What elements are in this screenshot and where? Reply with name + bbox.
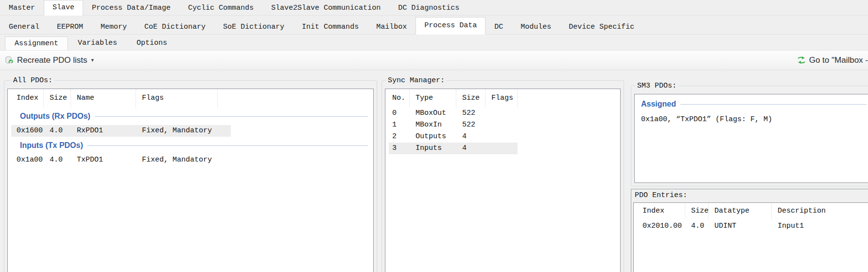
cell-size: 4.0 — [44, 125, 71, 137]
recreate-pdo-label: Recreate PDO lists — [17, 55, 87, 65]
all-pdos-group: All PDOs: Index Size Name Flags Outputs … — [4, 80, 377, 272]
sm3-pdos-group: SM3 PDOs: Assigned 0x1a00, “TxPDO1” (Fla… — [631, 86, 868, 186]
tab-master[interactable]: Master — [0, 1, 44, 15]
goto-arrows-icon — [797, 56, 806, 64]
cell-blank — [518, 143, 620, 154]
column-header-type: Type — [410, 89, 456, 108]
column-header-flags: Flags — [136, 89, 218, 108]
tab-strip-process-data: Assignment Variables Options — [5, 36, 868, 50]
tab-init-commands[interactable]: Init Commands — [293, 20, 367, 34]
section-assigned: Assigned — [635, 94, 868, 114]
sm-row-2[interactable]: 2 Outputs 4 — [385, 131, 620, 143]
tab-eeprom[interactable]: EEPROM — [48, 20, 92, 34]
tab-dc-diagnostics[interactable]: DC Diagnostics — [389, 1, 468, 15]
tab-cyclic-commands[interactable]: Cyclic Commands — [179, 1, 262, 15]
cell-blank — [218, 154, 373, 166]
column-header-datatype: Datatype — [709, 203, 772, 219]
tab-modules[interactable]: Modules — [512, 20, 560, 34]
sm-row-3-selected[interactable]: 3 Inputs 4 — [385, 143, 620, 154]
goto-mailbox-link[interactable]: Go to "Mailbox - — [797, 51, 868, 70]
cell-blank — [218, 125, 373, 137]
sync-manager-title: Sync Manager: — [386, 76, 447, 85]
cell-flags — [486, 131, 518, 143]
cell-flags — [486, 119, 518, 131]
column-header-no: No. — [385, 89, 410, 108]
pdo-entries-panel: PDO Entries: Index Size Datatype Descrip… — [631, 189, 868, 272]
tab-process-data[interactable]: Process Data — [416, 17, 486, 35]
column-header-blank — [518, 89, 620, 108]
column-header-size: Size — [456, 89, 486, 108]
cell-blank — [518, 131, 620, 143]
recreate-pdo-lists-button[interactable]: Recreate PDO lists ▾ — [0, 51, 99, 70]
section-outputs-label: Outputs (Rx PDOs) — [20, 112, 90, 121]
tab-memory[interactable]: Memory — [92, 20, 136, 34]
section-inputs-tx-pdos: Inputs (Tx PDOs) — [8, 137, 373, 154]
pdo-row-0x1a00[interactable]: 0x1a00 4.0 TxPDO1 Fixed, Mandatory — [8, 154, 373, 166]
assigned-pdo-entry[interactable]: 0x1a00, “TxPDO1” (Flags: F, M) — [635, 114, 868, 126]
column-header-flags: Flags — [486, 89, 518, 108]
tab-strip-primary: Master Slave Process Data/Image Cyclic C… — [0, 0, 868, 16]
pdo-row-0x1600[interactable]: 0x1600 4.0 RxPDO1 Fixed, Mandatory — [8, 125, 373, 137]
section-divider-line — [680, 104, 867, 105]
cell-datatype: UDINT — [709, 219, 772, 233]
cell-index: 0x1600 — [8, 125, 44, 137]
cell-no: 1 — [385, 119, 410, 131]
cell-no: 0 — [385, 108, 410, 119]
sm-row-1[interactable]: 1 MBoxIn 522 — [385, 119, 620, 131]
column-header-name: Name — [71, 89, 136, 108]
sync-manager-group: Sync Manager: No. Type Size Flags 0 MBox… — [382, 80, 624, 272]
column-header-index: Index — [8, 89, 44, 108]
tab-mailbox[interactable]: Mailbox — [367, 20, 416, 34]
cell-size: 522 — [456, 119, 486, 131]
cell-size: 4 — [456, 131, 486, 143]
cell-name: TxPDO1 — [71, 154, 136, 166]
tab-device-specific[interactable]: Device Specific — [560, 20, 643, 34]
cell-no: 2 — [385, 131, 410, 143]
sm3-pdos-title: SM3 PDOs: — [635, 82, 678, 90]
tab-coe-dictionary[interactable]: CoE Dictionary — [136, 20, 214, 34]
cell-name: RxPDO1 — [71, 125, 136, 137]
tab-slave[interactable]: Slave — [44, 0, 83, 16]
column-header-index: Index — [634, 203, 685, 219]
all-pdos-header: Index Size Name Flags — [8, 89, 373, 108]
tab-variables[interactable]: Variables — [68, 36, 127, 50]
recreate-pdo-icon — [5, 56, 14, 65]
cell-index: 0x2010.00 — [634, 219, 685, 233]
tab-general[interactable]: General — [0, 20, 48, 34]
cell-type: MBoxOut — [410, 108, 456, 119]
sm-row-0[interactable]: 0 MBoxOut 522 — [385, 108, 620, 119]
section-outputs-rx-pdos: Outputs (Rx PDOs) — [8, 108, 373, 125]
cell-size: 4.0 — [44, 154, 71, 166]
sync-manager-header: No. Type Size Flags — [385, 89, 620, 108]
cell-type: Outputs — [410, 131, 456, 143]
tab-dc[interactable]: DC — [486, 20, 512, 34]
cell-type: Inputs — [410, 143, 456, 154]
section-divider-line — [95, 116, 368, 117]
cell-type: MBoxIn — [410, 119, 456, 131]
tab-soe-dictionary[interactable]: SoE Dictionary — [214, 20, 293, 34]
sm3-pdos-list[interactable]: Assigned 0x1a00, “TxPDO1” (Flags: F, M) — [634, 94, 868, 183]
cell-no: 3 — [385, 143, 410, 154]
sync-manager-list[interactable]: No. Type Size Flags 0 MBoxOut 522 1 MBox… — [385, 89, 621, 272]
pdo-entries-title: PDO Entries: — [631, 189, 868, 202]
pdo-entry-row-0x2010[interactable]: 0x2010.00 4.0 UDINT Input1 — [634, 219, 868, 233]
cell-flags — [486, 143, 518, 154]
cell-flags — [486, 108, 518, 119]
cell-flags: Fixed, Mandatory — [136, 125, 218, 137]
all-pdos-list[interactable]: Index Size Name Flags Outputs (Rx PDOs) … — [7, 89, 374, 272]
cell-flags: Fixed, Mandatory — [136, 154, 218, 166]
cell-blank — [518, 108, 620, 119]
pdo-entries-list[interactable]: Index Size Datatype Description 0x2010.0… — [633, 202, 868, 272]
section-assigned-label: Assigned — [641, 100, 676, 109]
all-pdos-title: All PDOs: — [11, 76, 54, 85]
cell-size: 4.0 — [685, 219, 709, 233]
tab-assignment[interactable]: Assignment — [5, 36, 68, 51]
cell-description: Input1 — [772, 219, 868, 233]
tab-options[interactable]: Options — [127, 36, 177, 50]
cell-index: 0x1a00 — [8, 154, 44, 166]
tab-process-data-image[interactable]: Process Data/Image — [83, 1, 179, 15]
tab-slave2slave-communication[interactable]: Slave2Slave Communication — [262, 1, 389, 15]
tab-strip-secondary: General EEPROM Memory CoE Dictionary SoE… — [0, 16, 868, 35]
cell-size: 4 — [456, 143, 486, 154]
chevron-down-icon: ▾ — [91, 57, 94, 63]
